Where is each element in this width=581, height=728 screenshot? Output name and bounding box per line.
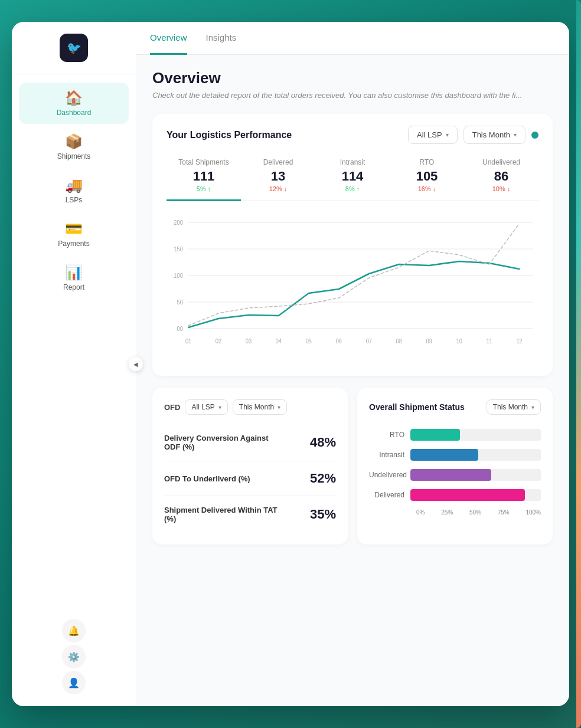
metric-change: 16% ↓ [392,185,462,192]
ofd-metric-label-3: Shipment Delivered Within TAT (%) [164,506,282,523]
sidebar-item-payments[interactable]: 💳 Payments [19,214,129,255]
ofd-metric-row-2: OFD To Underliverd (%) 52% [164,461,336,496]
ofd-month-filter-button[interactable]: This Month ▾ [233,399,287,415]
metric-value: 105 [392,169,462,184]
gear-icon: ⚙️ [68,651,80,663]
metric-change: 8% ↑ [318,185,387,192]
bar-track-rto [410,429,541,441]
tab-overview[interactable]: Overview [150,22,187,55]
ofd-metric-row-3: Shipment Delivered Within TAT (%) 35% [164,496,336,533]
status-month-filter-button[interactable]: This Month ▾ [487,399,541,415]
bar-track-intransit [410,449,541,461]
lsp-filter-button[interactable]: All LSP ▾ [408,126,458,144]
chevron-down-icon: ▾ [531,404,534,411]
bar-label-intransit: Intransit [369,451,410,459]
sidebar-item-shipments[interactable]: 📦 Shipments [19,126,129,168]
sidebar-bottom: 🔔 ⚙️ 👤 [12,619,136,694]
chevron-down-icon: ▾ [278,404,280,411]
sidebar-item-dashboard[interactable]: 🏠 Dashboard [19,83,129,124]
axis-label-50: 50% [469,509,481,516]
status-indicator [531,132,538,139]
bar-track-delivered [410,489,541,501]
main-content: Overview Insights Overview Check out the… [136,22,569,706]
bar-row-rto: RTO [369,429,541,441]
sidebar-logo: 🐦 [12,22,136,74]
chart-svg: 200 150 100 50 00 01 02 [167,211,538,364]
metric-tab-delivered[interactable]: Delivered 13 12% ↓ [241,153,315,201]
svg-text:01: 01 [185,338,191,345]
ofd-metric-value-2: 52% [310,471,336,486]
svg-text:150: 150 [174,246,182,252]
bar-row-intransit: Intransit [369,449,541,461]
bar-chart: RTO Intransit Undelivered [369,424,541,520]
ofd-filters: OFD All LSP ▾ This Month ▾ [164,399,287,415]
axis-label-25: 25% [441,509,453,516]
chevron-down-icon: ▾ [446,132,449,138]
metric-tab-undelivered[interactable]: Undelivered 86 10% ↓ [464,153,538,201]
ofd-lsp-label: All LSP [191,403,214,411]
bar-label-delivered: Delivered [369,491,410,499]
tabs-bar: Overview Insights [136,22,569,55]
shipment-status-card: Overall Shipment Status This Month ▾ RTO [357,388,553,545]
svg-text:09: 09 [426,338,432,345]
bar-fill-undelivered [410,469,491,481]
performance-card-title: Your Logistics Performance [167,130,292,140]
page-title: Overview [152,69,553,87]
sidebar-item-label: Dashboard [57,109,92,117]
bar-row-delivered: Delivered [369,489,541,501]
report-icon: 📊 [65,264,83,281]
metric-tab-total-shipments[interactable]: Total Shipments 111 5% ↑ [167,153,241,201]
logo-icon: 🐦 [67,41,81,55]
bar-track-undelivered [410,469,541,481]
svg-text:03: 03 [246,338,252,345]
bottom-row: OFD All LSP ▾ This Month ▾ D [152,388,553,545]
shipment-status-header: Overall Shipment Status This Month ▾ [369,399,541,415]
metric-value: 86 [466,169,536,184]
ofd-card: OFD All LSP ▾ This Month ▾ D [152,388,348,545]
sidebar-collapse-button[interactable]: ◀ [129,357,143,371]
dashboard-icon: 🏠 [65,90,83,106]
svg-text:06: 06 [336,338,342,345]
ofd-month-label: This Month [239,403,274,411]
logo-box: 🐦 [60,34,88,62]
metric-label: Intransit [318,158,387,166]
metric-change: 10% ↓ [466,185,536,192]
chevron-down-icon: ▾ [514,132,517,138]
shipment-status-title: Overall Shipment Status [369,402,465,412]
sidebar-item-label: Report [63,283,84,291]
svg-text:100: 100 [174,273,182,279]
metric-change: 12% ↓ [243,185,313,192]
ofd-metric-label-1: Delivery Conversion Against ODF (%) [164,434,282,451]
lsp-filter-label: All LSP [417,130,442,139]
ofd-metric-value-1: 48% [310,435,336,450]
sidebar-item-lsps[interactable]: 🚚 LSPs [19,170,129,211]
settings-button[interactable]: ⚙️ [62,645,86,668]
metric-label: Total Shipments [169,158,239,166]
sidebar: 🐦 ◀ 🏠 Dashboard 📦 Shipments 🚚 LSPs 💳 Pay… [12,22,136,706]
axis-label-100: 100% [525,509,541,516]
metric-tab-rto[interactable]: RTO 105 16% ↓ [390,153,464,201]
svg-text:07: 07 [366,338,372,345]
svg-text:200: 200 [174,219,182,226]
chevron-down-icon: ▾ [218,404,221,411]
metric-tab-intransit[interactable]: Intransit 114 8% ↑ [315,153,390,201]
performance-filters: All LSP ▾ This Month ▾ [408,126,538,144]
ofd-lsp-filter-button[interactable]: All LSP ▾ [185,399,227,415]
sidebar-item-label: Payments [58,240,89,248]
axis-label-0: 0% [416,509,425,516]
svg-text:50: 50 [177,299,182,306]
notifications-button[interactable]: 🔔 [62,619,86,642]
profile-button[interactable]: 👤 [62,671,86,694]
tab-insights[interactable]: Insights [206,22,237,55]
metric-label: RTO [392,158,462,166]
ofd-metric-row-1: Delivery Conversion Against ODF (%) 48% [164,424,336,461]
bar-row-undelivered: Undelivered [369,469,541,481]
month-filter-button[interactable]: This Month ▾ [464,126,525,144]
sidebar-item-label: LSPs [66,196,83,204]
metric-value: 13 [243,169,313,184]
bar-label-undelivered: Undelivered [369,471,410,479]
svg-text:04: 04 [276,338,282,345]
lsps-icon: 🚚 [65,177,83,194]
metric-value: 114 [318,169,387,184]
sidebar-item-report[interactable]: 📊 Report [19,257,129,299]
